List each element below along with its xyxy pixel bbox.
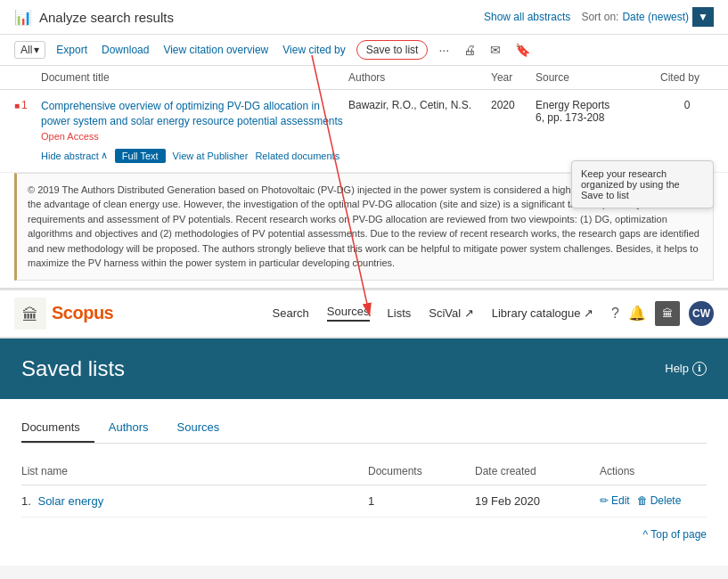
bookmark-button[interactable]: 🔖 (511, 41, 534, 59)
toolbar: All ▾ Export Download View citation over… (0, 35, 728, 66)
page-title: Analyze search results (39, 10, 484, 25)
institution-button[interactable]: 🏛 (655, 301, 680, 326)
result-title-col: Comprehensive overview of optimizing PV-… (41, 99, 348, 163)
export-button[interactable]: Export (53, 42, 91, 58)
col-date-created: Date created (475, 465, 600, 477)
save-to-list-tooltip: Keep your research organized by using th… (571, 160, 714, 208)
scopus-nav: 🏛 Scopus Search Sources Lists SciVal ↗ L… (0, 289, 728, 338)
chevron-up-icon: ∧ (101, 150, 108, 161)
nav-search[interactable]: Search (273, 306, 309, 320)
edit-icon: ✏ (600, 494, 609, 507)
all-button[interactable]: All ▾ (14, 41, 45, 59)
analyze-bar: 📊 Analyze search results Show all abstra… (0, 0, 728, 35)
result-actions: Hide abstract ∧ Full Text View at Publis… (41, 149, 348, 163)
view-publisher-link[interactable]: View at Publisher (173, 151, 249, 161)
view-citation-button[interactable]: View citation overview (160, 42, 272, 58)
help-link[interactable]: Help ℹ (665, 362, 707, 376)
result-title[interactable]: Comprehensive overview of optimizing PV-… (41, 99, 348, 129)
tab-sources[interactable]: Sources (163, 413, 234, 443)
trash-icon: 🗑 (637, 494, 648, 507)
delete-button[interactable]: 🗑 Delete (637, 494, 682, 507)
list-table-row: 1. Solar energy 1 19 Feb 2020 ✏ Edit 🗑 D… (21, 485, 707, 518)
svg-text:🏛: 🏛 (22, 306, 38, 324)
col-header-source: Source (536, 71, 660, 84)
col-header-checkbox (14, 71, 41, 84)
download-button[interactable]: Download (98, 42, 152, 58)
save-to-list-button[interactable]: Save to list (356, 40, 429, 60)
saved-lists-header: Saved lists Help ℹ (0, 338, 728, 399)
tab-documents[interactable]: Documents (21, 413, 94, 443)
list-number: 1. (21, 494, 31, 508)
col-header-authors: Authors (348, 71, 491, 84)
user-avatar[interactable]: CW (689, 301, 714, 326)
sort-dropdown-btn[interactable]: ▼ (692, 7, 714, 27)
edit-button[interactable]: ✏ Edit (600, 494, 630, 507)
nav-library-catalogue[interactable]: Library catalogue ↗ (492, 306, 593, 320)
col-header-title: Document title (41, 71, 348, 84)
col-actions: Actions (600, 465, 707, 477)
list-table-header: List name Documents Date created Actions (21, 458, 707, 485)
help-button[interactable]: ? (611, 306, 619, 322)
result-source: Energy Reports 6, pp. 173-208 (536, 99, 660, 124)
email-button[interactable]: ✉ (487, 41, 504, 59)
col-header-cited: Cited by (660, 71, 714, 84)
list-actions-cell: ✏ Edit 🗑 Delete (600, 494, 707, 507)
nav-links: Search Sources Lists SciVal ↗ Library ca… (273, 305, 593, 322)
saved-lists-content: Documents Authors Sources List name Docu… (0, 399, 728, 566)
notifications-button[interactable]: 🔔 (628, 305, 646, 322)
col-documents: Documents (368, 465, 475, 477)
result-authors: Bawazir, R.O., Cetin, N.S. (348, 99, 491, 111)
top-of-page-link[interactable]: ^ Top of page (21, 518, 707, 551)
tab-authors[interactable]: Authors (94, 413, 163, 443)
chart-icon: 📊 (14, 9, 32, 26)
open-access-badge: Open Access (41, 131, 348, 142)
table-header: Document title Authors Year Source Cited… (0, 66, 728, 90)
all-label: All (20, 44, 32, 56)
hide-abstract-btn[interactable]: Hide abstract ∧ (41, 150, 108, 161)
view-cited-by-button[interactable]: View cited by (279, 42, 348, 58)
col-list-name: List name (21, 465, 368, 477)
nav-icons: ? 🔔 🏛 CW (611, 301, 714, 326)
full-text-button[interactable]: Full Text (115, 149, 166, 163)
chevron-down-icon: ▾ (34, 44, 39, 56)
result-cited-by: 0 (660, 99, 714, 111)
help-circle-icon: ℹ (692, 362, 707, 376)
related-documents-link[interactable]: Related documents (255, 151, 339, 161)
nav-scival[interactable]: SciVal ↗ (429, 306, 474, 320)
result-year: 2020 (491, 99, 536, 111)
tabs-row: Documents Authors Sources (21, 413, 707, 444)
result-number: ■ 1 (14, 99, 41, 111)
sort-value: Date (newest) (622, 11, 689, 23)
print-button[interactable]: 🖨 (460, 41, 479, 59)
list-name-cell: 1. Solar energy (21, 494, 368, 508)
nav-sources[interactable]: Sources (327, 305, 370, 322)
show-abstracts-link[interactable]: Show all abstracts (484, 11, 570, 23)
scopus-logo-text: Scopus (52, 303, 113, 323)
more-options-button[interactable]: ··· (435, 41, 453, 59)
list-documents-count: 1 (368, 494, 475, 508)
nav-lists[interactable]: Lists (388, 306, 412, 320)
scopus-logo-icon: 🏛 (14, 298, 46, 330)
col-header-year: Year (491, 71, 536, 84)
list-date-created: 19 Feb 2020 (475, 494, 600, 508)
scopus-logo: 🏛 Scopus (14, 298, 113, 330)
sort-label: Sort on: (581, 11, 618, 23)
saved-lists-title: Saved lists (21, 356, 125, 381)
list-name-link[interactable]: Solar energy (37, 494, 103, 508)
